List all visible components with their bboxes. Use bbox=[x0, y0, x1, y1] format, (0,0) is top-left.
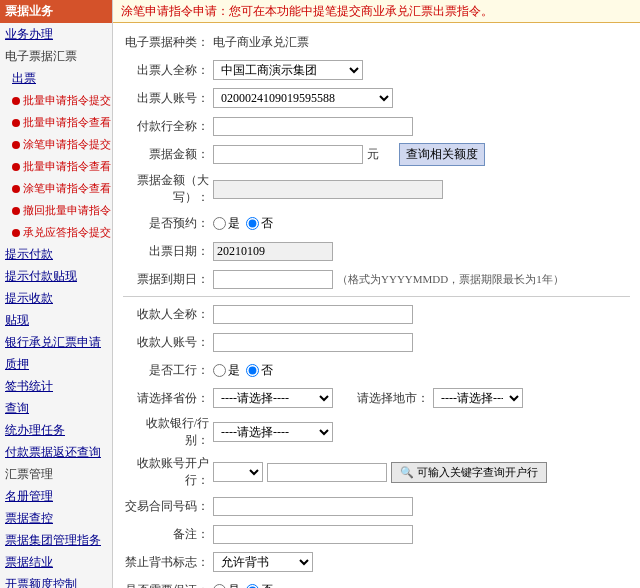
sidebar-item-piliangshenjing[interactable]: 批量申请指令提交 bbox=[0, 89, 112, 111]
is-guarantee-yes-label[interactable]: 是 bbox=[213, 582, 240, 589]
payer-name-row: 付款行全称： bbox=[123, 115, 630, 137]
contract-no-input[interactable] bbox=[213, 497, 413, 516]
city-select[interactable]: ----请选择---- bbox=[433, 388, 523, 408]
is-bank-no-label[interactable]: 否 bbox=[246, 362, 273, 379]
payee-account-row: 收款人账号： bbox=[123, 331, 630, 353]
is-bank-no-radio[interactable] bbox=[246, 364, 259, 377]
is-guarantee-no-label[interactable]: 否 bbox=[246, 582, 273, 589]
is-guarantee-row: 是否需要保证： 是 否 bbox=[123, 579, 630, 588]
query-limit-button[interactable]: 查询相关额度 bbox=[399, 143, 485, 166]
sidebar-item-piliangchakan2[interactable]: 批量申请指令查看 bbox=[0, 155, 112, 177]
is-advance-row: 是否预约： 是 否 bbox=[123, 212, 630, 234]
sidebar-item-chengyingdaying[interactable]: 承兑应答指令提交 bbox=[0, 221, 112, 243]
sidebar-item-tubishenjing[interactable]: 涂笔申请指令提交 bbox=[0, 133, 112, 155]
payee-name-row: 收款人全称： bbox=[123, 303, 630, 325]
payer-name-input[interactable] bbox=[213, 117, 413, 136]
is-guarantee-radio-group: 是 否 bbox=[213, 582, 273, 589]
is-advance-no-radio[interactable] bbox=[246, 217, 259, 230]
payee-account-open-label: 收款账号开户行： bbox=[123, 455, 213, 489]
header-text: 涂笔申请指令申请：您可在本功能中提笔提交商业承兑汇票出票指令。 bbox=[121, 4, 493, 18]
divider1 bbox=[123, 296, 630, 297]
bank-select[interactable]: ----请选择---- bbox=[213, 422, 333, 442]
is-advance-yes-radio[interactable] bbox=[213, 217, 226, 230]
is-bank-label: 是否工行： bbox=[123, 362, 213, 379]
endorse-restrict-row: 禁止背书标志： 允许背书 bbox=[123, 551, 630, 573]
search-bank-button[interactable]: 🔍 可输入关键字查询开户行 bbox=[391, 462, 547, 483]
sidebar-item-tishifutiexian[interactable]: 提示付款贴现 bbox=[0, 265, 112, 287]
sidebar-item-chaxun[interactable]: 查询 bbox=[0, 397, 112, 419]
sidebar-item-chehui[interactable]: 撤回批量申请指令 bbox=[0, 199, 112, 221]
sidebar-item-yewubanli[interactable]: 业务办理 bbox=[0, 23, 112, 45]
dot-icon bbox=[12, 229, 20, 237]
is-bank-radio-group: 是 否 bbox=[213, 362, 273, 379]
due-date-input[interactable] bbox=[213, 270, 333, 289]
main-content: 涂笔申请指令申请：您可在本功能中提笔提交商业承兑汇票出票指令。 电子票据种类： … bbox=[113, 0, 640, 588]
dot-icon bbox=[12, 163, 20, 171]
remark-input[interactable] bbox=[213, 525, 413, 544]
contract-no-label: 交易合同号码： bbox=[123, 498, 213, 515]
city-label: 请选择地市： bbox=[353, 390, 433, 407]
sidebar-item-huipiaoquanli: 汇票管理 bbox=[0, 463, 112, 485]
is-bank-yes-label[interactable]: 是 bbox=[213, 362, 240, 379]
sidebar: 票据业务 业务办理 电子票据汇票 出票 批量申请指令提交 批量申请指令查看 涂笔… bbox=[0, 0, 113, 588]
due-date-row: 票据到期日： （格式为YYYYMMDD，票据期限最长为1年） bbox=[123, 268, 630, 290]
sidebar-item-tubichakan[interactable]: 涂笔申请指令查看 bbox=[0, 177, 112, 199]
payee-account-open-row: 收款账号开户行： 🔍 可输入关键字查询开户行 bbox=[123, 455, 630, 489]
sidebar-item-piliangchakan[interactable]: 批量申请指令查看 bbox=[0, 111, 112, 133]
payer-name-label: 付款行全称： bbox=[123, 118, 213, 135]
is-advance-no-label[interactable]: 否 bbox=[246, 215, 273, 232]
is-guarantee-yes-radio[interactable] bbox=[213, 584, 226, 589]
ticket-amount-row: 票据金额： 元 查询相关额度 bbox=[123, 143, 630, 166]
remark-label: 备注： bbox=[123, 526, 213, 543]
ticket-amount-input[interactable] bbox=[213, 145, 363, 164]
dot-icon bbox=[12, 207, 20, 215]
ticket-type-row: 电子票据种类： 电子商业承兑汇票 bbox=[123, 31, 630, 53]
is-advance-radio-group: 是 否 bbox=[213, 215, 273, 232]
sidebar-item-piaojujiye[interactable]: 票据结业 bbox=[0, 551, 112, 573]
ticket-amount-chinese-input[interactable] bbox=[213, 180, 443, 199]
due-date-hint: （格式为YYYYMMDD，票据期限最长为1年） bbox=[337, 272, 564, 287]
dot-icon bbox=[12, 185, 20, 193]
sidebar-item-tiexian[interactable]: 贴现 bbox=[0, 309, 112, 331]
dot-icon bbox=[12, 119, 20, 127]
province-city-row: 请选择省份： ----请选择---- 请选择地市： ----请选择---- bbox=[123, 387, 630, 409]
sidebar-item-fukuan[interactable]: 付款票据返还查询 bbox=[0, 441, 112, 463]
is-bank-yes-radio[interactable] bbox=[213, 364, 226, 377]
payee-account-open-select[interactable] bbox=[213, 462, 263, 482]
dot-icon bbox=[12, 97, 20, 105]
endorse-restrict-select[interactable]: 允许背书 bbox=[213, 552, 313, 572]
payee-account-input[interactable] bbox=[213, 333, 413, 352]
payee-account-open-input[interactable] bbox=[267, 463, 387, 482]
issue-date-input[interactable] bbox=[213, 242, 333, 261]
ticket-amount-chinese-label: 票据金额（大写）： bbox=[123, 172, 213, 206]
sidebar-item-piaojuchakong[interactable]: 票据查控 bbox=[0, 507, 112, 529]
sidebar-item-yinhangchengye[interactable]: 银行承兑汇票申请 bbox=[0, 331, 112, 353]
ticket-amount-chinese-row: 票据金额（大写）： bbox=[123, 172, 630, 206]
bank-row: 收款银行/行别： ----请选择---- bbox=[123, 415, 630, 449]
ticket-amount-suffix: 元 bbox=[367, 146, 379, 163]
sidebar-item-qianshu[interactable]: 签书统计 bbox=[0, 375, 112, 397]
endorse-restrict-label: 禁止背书标志： bbox=[123, 554, 213, 571]
sidebar-item-kaipiaoedu[interactable]: 开票额度控制 bbox=[0, 573, 112, 588]
sidebar-item-jituanzhinling[interactable]: 票据集团管理指务 bbox=[0, 529, 112, 551]
contract-no-row: 交易合同号码： bbox=[123, 495, 630, 517]
is-guarantee-no-radio[interactable] bbox=[246, 584, 259, 589]
form-body: 电子票据种类： 电子商业承兑汇票 出票人全称： 中国工商演示集团 出票人账号： … bbox=[113, 23, 640, 588]
payee-name-input[interactable] bbox=[213, 305, 413, 324]
sidebar-item-tishifu[interactable]: 提示付款 bbox=[0, 243, 112, 265]
sidebar-item-tishishou[interactable]: 提示收款 bbox=[0, 287, 112, 309]
ticket-type-value: 电子商业承兑汇票 bbox=[213, 34, 309, 51]
is-bank-row: 是否工行： 是 否 bbox=[123, 359, 630, 381]
sidebar-item-zhiya[interactable]: 质押 bbox=[0, 353, 112, 375]
sidebar-item-tongbanli[interactable]: 统办理任务 bbox=[0, 419, 112, 441]
is-advance-label: 是否预约： bbox=[123, 215, 213, 232]
due-date-label: 票据到期日： bbox=[123, 271, 213, 288]
payee-name-label: 收款人全称： bbox=[123, 306, 213, 323]
province-select[interactable]: ----请选择---- bbox=[213, 388, 333, 408]
drawer-account-select[interactable]: 0200024109019595588 bbox=[213, 88, 393, 108]
sidebar-item-mingceguanli[interactable]: 名册管理 bbox=[0, 485, 112, 507]
drawer-name-select[interactable]: 中国工商演示集团 bbox=[213, 60, 363, 80]
sidebar-item-chupiao[interactable]: 出票 bbox=[0, 67, 112, 89]
is-guarantee-label: 是否需要保证： bbox=[123, 582, 213, 589]
is-advance-yes-label[interactable]: 是 bbox=[213, 215, 240, 232]
